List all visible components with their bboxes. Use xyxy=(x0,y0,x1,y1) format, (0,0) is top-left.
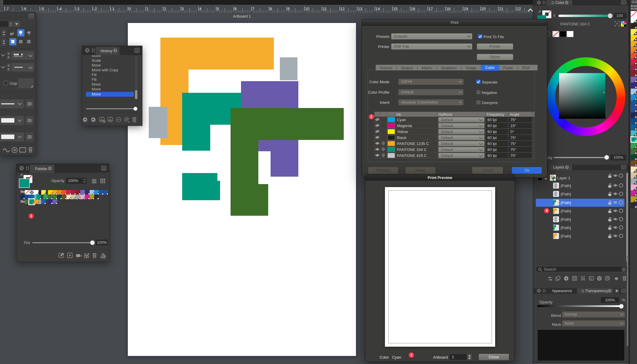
svg-text:60 lpi: 60 lpi xyxy=(487,141,497,146)
svg-text:Ink: Ink xyxy=(396,112,401,117)
svg-text:{Path}: {Path} xyxy=(561,217,571,222)
svg-text:14: 14 xyxy=(376,7,380,11)
svg-text:Angle: Angle xyxy=(510,112,519,117)
svg-text:18: 18 xyxy=(446,7,450,11)
svg-text:-5: -5 xyxy=(41,7,44,11)
svg-text:PANTONE 1235 C: PANTONE 1235 C xyxy=(397,141,429,146)
svg-text:Halftone: Halftone xyxy=(438,112,452,117)
svg-text:60 lpi: 60 lpi xyxy=(487,129,497,134)
svg-text:fx: fx xyxy=(590,277,592,280)
svg-text:Black: Black xyxy=(397,135,406,140)
svg-text:75°: 75° xyxy=(510,135,516,140)
svg-text:Yellow: Yellow xyxy=(397,129,408,134)
svg-text:75°: 75° xyxy=(510,141,516,146)
svg-text:0°: 0° xyxy=(510,129,514,134)
svg-text:75°: 75° xyxy=(510,147,516,152)
svg-text:8: 8 xyxy=(270,7,272,11)
svg-text:13: 13 xyxy=(358,7,362,11)
svg-text:0: 0 xyxy=(129,7,131,11)
svg-text:-2: -2 xyxy=(93,7,97,11)
svg-text:{Path}: {Path} xyxy=(561,192,571,196)
svg-text:6: 6 xyxy=(234,7,237,11)
svg-text:22: 22 xyxy=(517,7,521,11)
svg-text:9: 9 xyxy=(287,7,289,11)
svg-text:15: 15 xyxy=(393,7,397,11)
svg-text:60 lpi: 60 lpi xyxy=(487,124,497,128)
svg-text:-3: -3 xyxy=(76,7,79,11)
svg-text:60 lpi: 60 lpi xyxy=(487,147,497,152)
svg-text:60 lpi: 60 lpi xyxy=(487,153,497,158)
svg-text:{Path}: {Path} xyxy=(561,209,571,213)
svg-text:Frequency: Frequency xyxy=(486,112,504,117)
svg-text:Magenta: Magenta xyxy=(397,124,412,128)
svg-text:Cyan: Cyan xyxy=(397,118,406,122)
svg-text:75°: 75° xyxy=(510,153,516,158)
svg-text:60 lpi: 60 lpi xyxy=(487,118,497,122)
svg-text:3: 3 xyxy=(182,7,184,11)
svg-text:15°: 15° xyxy=(510,124,516,128)
svg-text:60 lpi: 60 lpi xyxy=(487,135,497,140)
svg-text:PANTONE 429 C: PANTONE 429 C xyxy=(397,153,427,158)
svg-text:21: 21 xyxy=(499,7,503,11)
svg-text:{Path}: {Path} xyxy=(561,200,571,205)
svg-text:75°: 75° xyxy=(510,118,516,122)
svg-text:19: 19 xyxy=(464,7,468,11)
svg-text:20: 20 xyxy=(481,7,486,11)
svg-text:17: 17 xyxy=(429,7,433,11)
svg-text:5: 5 xyxy=(217,7,219,11)
svg-text:{Path}: {Path} xyxy=(561,234,571,238)
svg-text:16: 16 xyxy=(411,7,415,11)
svg-text:2: 2 xyxy=(164,7,166,11)
svg-text:-1: -1 xyxy=(111,7,115,11)
svg-text:10: 10 xyxy=(305,7,309,11)
svg-text:7: 7 xyxy=(252,7,254,11)
svg-text:12: 12 xyxy=(340,7,345,11)
svg-text:-6: -6 xyxy=(23,7,27,11)
svg-text:-4: -4 xyxy=(58,7,62,11)
svg-text:{Path}: {Path} xyxy=(561,183,571,188)
svg-text:{Path}: {Path} xyxy=(561,226,571,230)
svg-text:4: 4 xyxy=(199,7,201,11)
svg-text:PANTONE 334 C: PANTONE 334 C xyxy=(397,147,427,152)
svg-text:1: 1 xyxy=(146,7,148,11)
svg-text:-7: -7 xyxy=(5,7,9,11)
svg-text:11: 11 xyxy=(323,7,327,11)
